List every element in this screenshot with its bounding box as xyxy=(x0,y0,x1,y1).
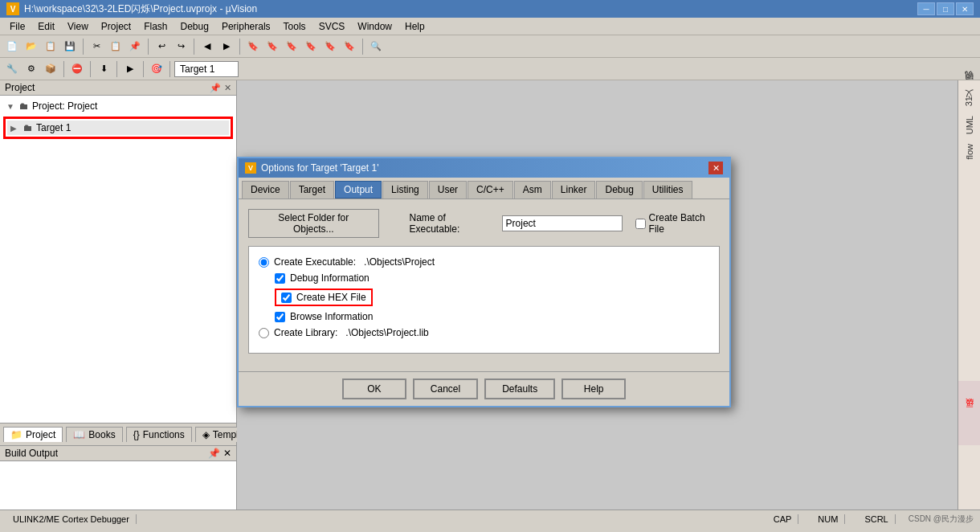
dialog-close-button[interactable]: ✕ xyxy=(708,162,723,174)
project-tab-icon: 📁 xyxy=(10,429,22,440)
debugger-status: ULINK2/ME Cortex Debugger xyxy=(6,514,137,524)
tab-target[interactable]: Target xyxy=(290,181,334,198)
build-target-btn[interactable]: 🔧 xyxy=(3,60,21,78)
window-title: H:\workspace\32\3-2LED闪烁\Project.uvprojx… xyxy=(24,2,257,16)
redo-btn[interactable]: ↪ xyxy=(172,38,190,55)
tab-linker[interactable]: Linker xyxy=(552,181,596,198)
bookmark5-btn[interactable]: 🔖 xyxy=(321,38,339,55)
build-output-pin[interactable]: 📌 xyxy=(208,448,220,459)
cap-status: CAP xyxy=(767,514,799,524)
create-lib-radio[interactable] xyxy=(259,328,269,338)
project-panel-header: Project 📌 ✕ xyxy=(0,80,236,96)
options-dialog: V Options for Target 'Target 1' ✕ Device… xyxy=(237,157,731,407)
create-exe-radio[interactable] xyxy=(259,257,269,268)
bookmark3-btn[interactable]: 🔖 xyxy=(283,38,300,55)
browse-info-checkbox[interactable] xyxy=(275,312,285,322)
title-bar: V H:\workspace\32\3-2LED闪烁\Project.uvpro… xyxy=(0,0,980,18)
target-options-btn[interactable]: 🎯 xyxy=(148,60,165,78)
num-status: NUM xyxy=(811,514,845,524)
create-batch-checkbox[interactable] xyxy=(635,219,646,229)
create-lib-label: Create Library: .\Objects\Project.lib xyxy=(274,327,429,338)
menu-flash[interactable]: Flash xyxy=(137,19,174,34)
create-hex-highlight: Create HEX File xyxy=(275,289,373,306)
maximize-button[interactable]: □ xyxy=(937,2,954,15)
separator-9 xyxy=(143,61,144,77)
left-panel: Project 📌 ✕ ▼ 🖿 Project: Project ▶ 🖿 Tar… xyxy=(0,80,237,509)
tab-debug[interactable]: Debug xyxy=(596,181,642,198)
menu-window[interactable]: Window xyxy=(351,19,398,34)
copy-btn[interactable]: 📋 xyxy=(42,38,59,55)
dialog-title-left: V Options for Target 'Target 1' xyxy=(245,162,378,174)
menu-edit[interactable]: Edit xyxy=(31,19,61,34)
tab-user[interactable]: User xyxy=(429,181,467,198)
tab-asm[interactable]: Asm xyxy=(514,181,551,198)
create-hex-checkbox[interactable] xyxy=(281,293,292,303)
download-btn[interactable]: ⬇ xyxy=(95,60,112,78)
tab-utilities[interactable]: Utilities xyxy=(643,181,692,198)
menu-help[interactable]: Help xyxy=(398,19,431,34)
separator-1 xyxy=(83,39,84,55)
side-text-3: UML xyxy=(965,116,974,134)
ok-button[interactable]: OK xyxy=(342,379,406,399)
build-output-close[interactable]: ✕ xyxy=(223,448,231,459)
menu-file[interactable]: File xyxy=(3,19,31,34)
scrl-status: SCRL xyxy=(858,514,895,524)
tab-books[interactable]: 📖 Books xyxy=(66,427,122,442)
copy2-btn[interactable]: 📋 xyxy=(107,38,125,55)
bookmark4-btn[interactable]: 🔖 xyxy=(302,38,320,55)
save-btn[interactable]: 💾 xyxy=(61,38,79,55)
cancel-button[interactable]: Cancel xyxy=(413,379,478,399)
panel-pin-icon[interactable]: 📌 xyxy=(210,83,221,93)
back-btn[interactable]: ◀ xyxy=(198,38,216,55)
target-select[interactable]: Target 1 xyxy=(174,61,239,77)
separator-6 xyxy=(63,61,64,77)
tree-item-project[interactable]: ▼ 🖿 Project: Project xyxy=(3,99,233,113)
batch-btn[interactable]: 📦 xyxy=(42,60,59,78)
cut-btn[interactable]: ✂ xyxy=(88,38,105,55)
close-button[interactable]: ✕ xyxy=(956,2,974,15)
folder-row: Select Folder for Objects... Name of Exe… xyxy=(248,209,720,238)
bookmark2-btn[interactable]: 🔖 xyxy=(263,38,281,55)
executable-input[interactable] xyxy=(502,215,623,231)
menu-view[interactable]: View xyxy=(61,19,95,34)
defaults-button[interactable]: Defaults xyxy=(484,379,555,399)
menu-peripherals[interactable]: Peripherals xyxy=(215,19,277,34)
separator-10 xyxy=(169,61,170,77)
menu-project[interactable]: Project xyxy=(95,19,137,34)
bookmark-btn[interactable]: 🔖 xyxy=(244,38,262,55)
new-file-btn[interactable]: 📄 xyxy=(3,38,21,55)
tab-device[interactable]: Device xyxy=(242,181,289,198)
tab-listing[interactable]: Listing xyxy=(382,181,428,198)
debug-start-btn[interactable]: ▶ xyxy=(121,60,139,78)
tab-functions[interactable]: {} Functions xyxy=(126,427,192,442)
tree-item-target1[interactable]: ▶ 🖿 Target 1 xyxy=(7,121,229,135)
output-section: Create Executable: .\Objects\Project Deb… xyxy=(248,246,720,354)
bookmark6-btn[interactable]: 🔖 xyxy=(341,38,358,55)
forward-btn[interactable]: ▶ xyxy=(218,38,235,55)
menu-debug[interactable]: Debug xyxy=(174,19,215,34)
stop-btn[interactable]: ⛔ xyxy=(68,60,86,78)
separator-5 xyxy=(362,39,363,55)
menu-tools[interactable]: Tools xyxy=(277,19,312,34)
target-icon: 🖿 xyxy=(23,122,33,133)
tab-project[interactable]: 📁 Project xyxy=(3,427,63,442)
undo-btn[interactable]: ↩ xyxy=(153,38,170,55)
minimize-button[interactable]: ─ xyxy=(917,2,935,15)
select-folder-button[interactable]: Select Folder for Objects... xyxy=(248,209,379,238)
tree-label-project: Project: Project xyxy=(32,100,97,112)
paste-btn[interactable]: 📌 xyxy=(126,38,144,55)
tab-output[interactable]: Output xyxy=(335,181,382,198)
panel-close-icon[interactable]: ✕ xyxy=(224,83,231,93)
tab-cplusplus[interactable]: C/C++ xyxy=(468,181,513,198)
books-tab-icon: 📖 xyxy=(73,429,85,440)
create-batch-label: Create Batch File xyxy=(649,212,720,235)
debug-info-row: Debug Information xyxy=(275,272,709,284)
open-btn[interactable]: 📂 xyxy=(22,38,40,55)
rebuild-btn[interactable]: ⚙ xyxy=(22,60,40,78)
debug-info-checkbox[interactable] xyxy=(275,273,285,284)
books-tab-label: Books xyxy=(88,429,115,440)
menu-svcs[interactable]: SVCS xyxy=(312,19,352,34)
find-btn[interactable]: 🔍 xyxy=(367,38,385,55)
debug-info-label: Debug Information xyxy=(290,272,370,284)
help-button[interactable]: Help xyxy=(561,379,626,399)
